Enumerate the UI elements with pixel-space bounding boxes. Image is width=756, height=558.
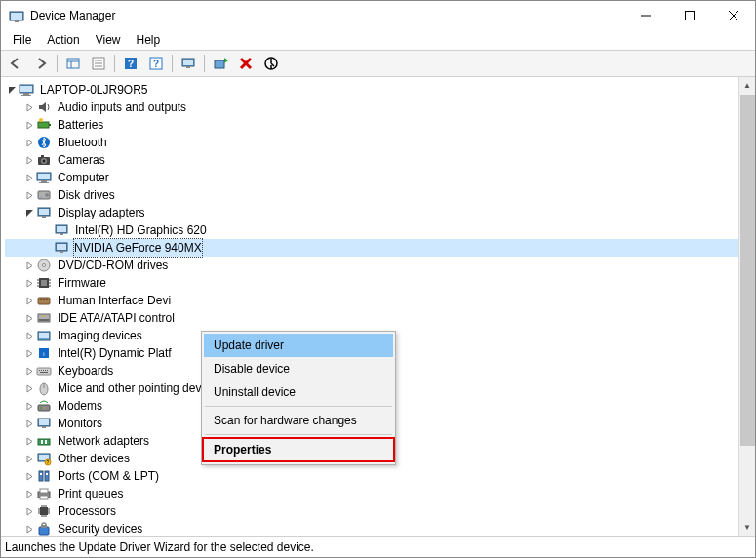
- uninstall-button[interactable]: [234, 52, 258, 75]
- tree-category[interactable]: Print queues: [5, 485, 738, 502]
- expand-arrow[interactable]: [22, 522, 36, 536]
- expand-arrow[interactable]: [22, 171, 36, 184]
- printer-icon: [36, 486, 52, 501]
- svg-rect-21: [215, 60, 224, 68]
- tree-category[interactable]: Processors: [5, 502, 738, 520]
- node-label: Monitors: [56, 414, 104, 433]
- expand-arrow[interactable]: [22, 504, 36, 518]
- node-label: Network adapters: [56, 431, 151, 451]
- keyboard-icon: [36, 363, 52, 379]
- context-menu: Update driver Disable device Uninstall d…: [201, 331, 396, 465]
- update-driver-button[interactable]: [209, 52, 232, 75]
- show-hide-tree-button[interactable]: [61, 52, 85, 75]
- scroll-down-arrow[interactable]: ▼: [739, 519, 755, 536]
- svg-rect-48: [57, 226, 66, 232]
- tree-category[interactable]: Computer: [5, 169, 738, 186]
- node-label: Ports (COM & LPT): [56, 466, 161, 486]
- titlebar: Device Manager: [1, 1, 755, 30]
- svg-rect-1: [11, 13, 22, 20]
- collapse-arrow[interactable]: [22, 206, 36, 219]
- ctx-properties[interactable]: Properties: [202, 437, 395, 462]
- expand-arrow[interactable]: [22, 399, 36, 413]
- ctx-disable-device[interactable]: Disable device: [204, 357, 393, 380]
- tree-category[interactable]: Human Interface Devi: [5, 292, 738, 309]
- expand-arrow[interactable]: [22, 452, 36, 465]
- tree-category[interactable]: IDE ATA/ATAPI control: [5, 309, 738, 327]
- audio-icon: [36, 100, 52, 115]
- minimize-button[interactable]: [623, 1, 667, 30]
- disable-button[interactable]: [259, 52, 283, 75]
- back-button[interactable]: [4, 52, 27, 75]
- svg-rect-38: [38, 174, 50, 179]
- menu-view[interactable]: View: [88, 31, 129, 49]
- scroll-thumb[interactable]: [740, 95, 755, 446]
- collapse-arrow[interactable]: [5, 83, 19, 97]
- expand-arrow[interactable]: [22, 276, 36, 290]
- ctx-scan-hardware[interactable]: Scan for hardware changes: [204, 409, 393, 432]
- tree-category[interactable]: Cameras: [5, 151, 738, 169]
- app-icon: [9, 8, 24, 23]
- help-button[interactable]: ?: [119, 52, 142, 75]
- expand-arrow[interactable]: [22, 417, 36, 430]
- vertical-scrollbar[interactable]: ▲ ▼: [738, 77, 755, 536]
- help-topic-button[interactable]: ?: [144, 52, 168, 75]
- tree-category[interactable]: Batteries: [5, 116, 738, 134]
- expand-arrow[interactable]: [22, 188, 36, 202]
- monitor-icon: [54, 222, 69, 238]
- svg-rect-30: [49, 124, 51, 126]
- ctx-uninstall-device[interactable]: Uninstall device: [204, 380, 393, 404]
- tree-device-nvidia[interactable]: NVIDIA GeForce 940MX: [5, 239, 738, 257]
- expand-arrow[interactable]: [22, 100, 36, 114]
- svg-rect-52: [60, 251, 63, 253]
- properties-button[interactable]: [87, 52, 110, 75]
- forward-button[interactable]: [29, 52, 53, 75]
- tree-root[interactable]: LAPTOP-0LJR9OR5: [5, 81, 738, 99]
- node-label: Audio inputs and outputs: [56, 98, 188, 117]
- menu-help[interactable]: Help: [129, 31, 169, 49]
- tree-category[interactable]: Audio inputs and outputs: [5, 99, 738, 116]
- expand-arrow[interactable]: [22, 434, 36, 448]
- expand-arrow[interactable]: [22, 346, 36, 360]
- expand-arrow[interactable]: [22, 311, 36, 325]
- tree-category[interactable]: Bluetooth: [5, 134, 738, 151]
- window-title: Device Manager: [30, 9, 623, 22]
- node-label: Modems: [56, 396, 104, 416]
- scroll-up-arrow[interactable]: ▲: [739, 77, 755, 94]
- tree-device-intel[interactable]: Intel(R) HD Graphics 620: [5, 221, 738, 239]
- expand-arrow[interactable]: [22, 259, 36, 272]
- tree-category[interactable]: DVD/CD-ROM drives: [5, 257, 738, 274]
- expand-arrow[interactable]: [22, 118, 36, 132]
- expand-arrow[interactable]: [22, 469, 36, 483]
- svg-text:?: ?: [47, 459, 50, 465]
- scan-hardware-button[interactable]: [177, 52, 200, 75]
- svg-text:?: ?: [153, 59, 159, 69]
- svg-rect-79: [45, 370, 46, 371]
- device-tree[interactable]: LAPTOP-0LJR9OR5 Audio inputs and outputs…: [1, 77, 738, 536]
- expand-arrow[interactable]: [22, 381, 36, 395]
- node-label: Computer: [56, 168, 111, 187]
- close-button[interactable]: [711, 1, 755, 30]
- tree-category[interactable]: Firmware: [5, 274, 738, 292]
- expand-arrow[interactable]: [22, 364, 36, 378]
- statusbar: Launches the Update Driver Wizard for th…: [1, 536, 755, 557]
- svg-rect-78: [43, 370, 44, 371]
- tree-category-display-adapters[interactable]: Display adapters: [5, 204, 738, 221]
- svg-rect-88: [39, 419, 49, 425]
- maximize-button[interactable]: [667, 1, 711, 30]
- svg-rect-98: [45, 471, 49, 481]
- svg-rect-4: [685, 12, 694, 20]
- expand-arrow[interactable]: [22, 487, 36, 500]
- svg-rect-103: [40, 496, 48, 499]
- expand-arrow[interactable]: [22, 136, 36, 149]
- menu-action[interactable]: Action: [39, 31, 87, 49]
- expand-arrow[interactable]: [22, 153, 36, 167]
- tree-category[interactable]: Disk drives: [5, 186, 738, 204]
- expand-arrow[interactable]: [22, 329, 36, 342]
- ctx-update-driver[interactable]: Update driver: [204, 334, 393, 357]
- menu-file[interactable]: File: [5, 31, 39, 49]
- tree-category[interactable]: Ports (COM & LPT): [5, 467, 738, 485]
- expand-arrow[interactable]: [22, 294, 36, 307]
- security-icon: [36, 521, 52, 536]
- svg-rect-77: [41, 370, 42, 371]
- tree-category[interactable]: Security devices: [5, 520, 738, 536]
